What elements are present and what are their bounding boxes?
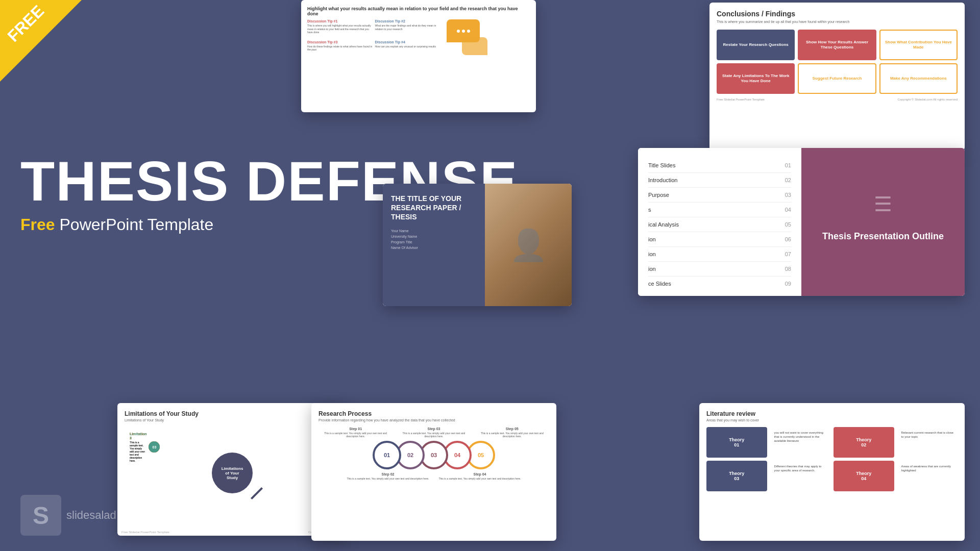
tip3-title: Discussion Tip #3 <box>307 40 373 44</box>
lim-footer-left: Free Slidedat PowerPoint Template <box>121 531 169 534</box>
toc-num: 02 <box>785 177 791 183</box>
limitations-subtitle: Limitations of Your Study <box>125 418 340 422</box>
toc-num: 05 <box>785 221 791 228</box>
lit-subtitle: Areas that you may wish to cover <box>706 418 958 422</box>
toc-right-title: Thesis Presentation Outline <box>812 221 954 252</box>
c-card-0: Restate Your Research Questions <box>717 30 795 60</box>
conclusions-footer: Free Slidedat PowerPoint Template Copyri… <box>717 98 958 101</box>
toc-num: 09 <box>785 281 791 287</box>
theory-03-desc: Different theories that may apply to you… <box>770 461 831 491</box>
rp-subtitle: Provide information regarding how you ha… <box>318 418 549 422</box>
discussion-header: Highlight what your results actually mea… <box>307 6 530 16</box>
toc-right: ☰ Thesis Presentation Outline <box>801 148 965 296</box>
toc-icon: ☰ <box>874 192 892 216</box>
toc-row-7: ion08 <box>648 262 791 277</box>
toc-label: Purpose <box>648 192 669 198</box>
chat-bubbles-icon <box>447 19 487 55</box>
rp-title: Research Process <box>318 410 549 417</box>
node-circle-3: 03 <box>149 441 160 453</box>
subtitle-rest: PowerPoint Template <box>55 215 214 234</box>
tip3-body: How do these findings relate to what oth… <box>307 45 373 52</box>
subtitle-free: Free <box>20 215 55 234</box>
theory-01-desc: you will not want to cover everything th… <box>770 427 831 458</box>
tip1-body: This is where you will highlight what yo… <box>307 24 373 34</box>
theory-04-desc: Areas of weakness that are currently hig… <box>897 461 958 491</box>
slidesalad-logo: S slidesalad <box>20 495 116 536</box>
c-card-4: Suggest Future Research <box>798 63 876 94</box>
limitations-title: Limitations of Your Study <box>125 410 340 417</box>
tip4-title: Discussion Tip #4 <box>375 40 440 44</box>
tip2-title: Discussion Tip #2 <box>375 19 440 23</box>
toc-label: ion <box>648 251 656 257</box>
tip1: Discussion Tip #1 This is where you will… <box>307 19 373 38</box>
conclusions-title: Conclusions / Findings <box>717 10 958 18</box>
discussion-grid: Discussion Tip #1 This is where you will… <box>307 19 440 55</box>
c-card-2: Show What Contribution You Have Made <box>879 30 958 60</box>
lit-title: Literature review <box>706 410 958 417</box>
toc-rows: Title Slides01Introduction02Purpose03s04… <box>648 158 791 291</box>
limitations-diagram: Limitation 1 This is a sample text. You … <box>125 427 340 519</box>
bubble2 <box>462 37 487 55</box>
slide-title-main: THE TITLE OF YOUR RESEARCH PAPER / THESI… <box>383 184 572 306</box>
limitations-center: Limitationsof YourStudy <box>212 453 253 493</box>
toc-num: 08 <box>785 266 791 272</box>
toc-num: 07 <box>785 251 791 257</box>
toc-num: 01 <box>785 162 791 168</box>
toc-left: Title Slides01Introduction02Purpose03s04… <box>638 148 801 296</box>
conclusions-grid: Restate Your Research Questions Show How… <box>717 30 958 94</box>
toc-row-1: Introduction02 <box>648 173 791 188</box>
slide-toc: Title Slides01Introduction02Purpose03s04… <box>638 148 965 296</box>
title-slide-content: THE TITLE OF YOUR RESEARCH PAPER / THESI… <box>383 184 485 306</box>
toc-row-6: ion07 <box>648 247 791 262</box>
toc-row-2: Purpose03 <box>648 188 791 203</box>
tip3: Discussion Tip #3 How do these findings … <box>307 40 373 55</box>
rp-circle-1: 01 <box>373 441 401 469</box>
toc-num: 03 <box>785 192 791 198</box>
toc-row-4: ical Analysis05 <box>648 217 791 232</box>
theory-04: Theory04 <box>834 461 894 491</box>
conclusions-subtitle: This is where you summarize and tie up a… <box>717 20 958 23</box>
toc-num: 06 <box>785 236 791 242</box>
toc-num: 04 <box>785 207 791 213</box>
tip1-title: Discussion Tip #1 <box>307 19 373 23</box>
slide-conclusions: Conclusions / Findings This is where you… <box>709 3 965 151</box>
theory-01: Theory01 <box>706 427 767 458</box>
research-meta: Your Name University Name Program Title … <box>391 228 477 251</box>
toc-label: ce Slides <box>648 281 671 287</box>
slide-research: Research Process Provide information reg… <box>311 403 556 541</box>
toc-label: Title Slides <box>648 162 675 168</box>
c-card-1: Show How Your Results Answer These Quest… <box>798 30 876 60</box>
lim-node-3: Limitation 3 This is a sample text. You … <box>130 432 160 462</box>
toc-label: ion <box>648 266 656 272</box>
toc-row-3: s04 <box>648 203 791 217</box>
lit-grid: Theory01 you will not want to cover ever… <box>706 427 958 491</box>
toc-row-8: ce Slides09 <box>648 277 791 291</box>
toc-label: s <box>648 207 651 213</box>
slide-literature: Literature review Areas that you may wis… <box>699 403 965 541</box>
tip4-body: How can you explain any unusual or surpr… <box>375 45 440 48</box>
toc-label: ion <box>648 236 656 242</box>
toc-row-0: Title Slides01 <box>648 158 791 173</box>
logo-icon: S <box>20 495 61 536</box>
toc-row-5: ion06 <box>648 232 791 247</box>
theory-03: Theory03 <box>706 461 767 491</box>
tip4: Discussion Tip #4 How can you explain an… <box>375 40 440 55</box>
toc-label: ical Analysis <box>648 221 679 228</box>
tip2: Discussion Tip #2 What are the major fin… <box>375 19 440 38</box>
title-thesis: THESIS <box>20 149 229 212</box>
logo-text: slidesalad <box>66 509 116 522</box>
theory-02: Theory02 <box>834 427 894 458</box>
theory-02-desc: Relevant current research that is close … <box>897 427 958 458</box>
c-card-3: State Any Limitations To The Work You Ha… <box>717 63 795 94</box>
title-slide-image: 👤 <box>485 184 572 306</box>
research-title: THE TITLE OF YOUR RESEARCH PAPER / THESI… <box>391 194 477 222</box>
c-card-5: Make Any Recommendations <box>879 63 958 94</box>
slide-discussion: Highlight what your results actually mea… <box>301 0 536 112</box>
toc-label: Introduction <box>648 177 677 183</box>
tip2-body: What are the major findings and what do … <box>375 24 440 31</box>
